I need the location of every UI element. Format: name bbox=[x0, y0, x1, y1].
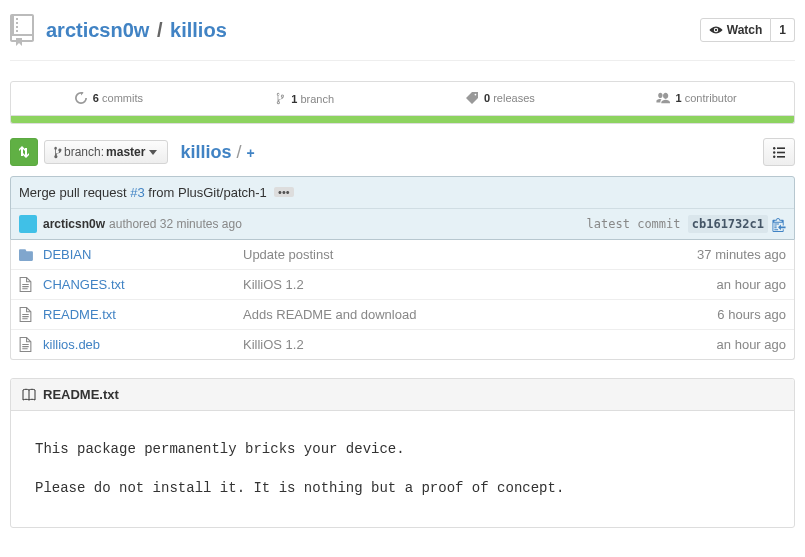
branch-picker[interactable]: branch: master bbox=[44, 140, 168, 164]
compare-button[interactable] bbox=[10, 138, 38, 166]
branches-label: branch bbox=[300, 93, 334, 105]
contributors-count: 1 bbox=[676, 92, 682, 104]
readme-p1: This package permanently bricks your dev… bbox=[35, 439, 770, 460]
file-commit-msg[interactable]: Adds README and download bbox=[243, 307, 717, 322]
commits-count: 6 bbox=[93, 92, 99, 104]
branch-picker-value: master bbox=[104, 145, 149, 159]
svg-rect-6 bbox=[777, 156, 785, 158]
commit-expand-button[interactable]: ••• bbox=[274, 187, 294, 197]
watch-group: Watch 1 bbox=[700, 18, 795, 42]
commit-tease: Merge pull request #3 from PlusGit/patch… bbox=[10, 176, 795, 240]
file-time: 6 hours ago bbox=[717, 307, 786, 322]
readme-title: README.txt bbox=[43, 387, 119, 402]
branch-picker-label: branch: bbox=[64, 145, 104, 159]
file-link[interactable]: DEBIAN bbox=[43, 247, 91, 262]
title-separator: / bbox=[155, 19, 165, 41]
contributors-label: contributor bbox=[685, 92, 737, 104]
svg-point-5 bbox=[773, 155, 775, 157]
commit-sha[interactable]: cb161732c1 bbox=[688, 215, 768, 233]
list-icon bbox=[773, 147, 785, 158]
file-row: DEBIAN Update postinst 37 minutes ago bbox=[11, 240, 794, 269]
file-icon bbox=[19, 307, 37, 322]
file-row: README.txt Adds README and download 6 ho… bbox=[11, 299, 794, 329]
commit-author[interactable]: arcticsn0w bbox=[43, 217, 105, 231]
stats-bar: 6 commits 1 branch 0 releases 1 contribu… bbox=[10, 81, 795, 116]
commits-label: commits bbox=[102, 92, 143, 104]
commit-authored: authored 32 minutes ago bbox=[109, 217, 242, 231]
svg-rect-2 bbox=[777, 147, 785, 149]
file-commit-msg[interactable]: KilliOS 1.2 bbox=[243, 277, 717, 292]
releases-count: 0 bbox=[484, 92, 490, 104]
watch-count[interactable]: 1 bbox=[771, 18, 795, 42]
svg-point-1 bbox=[773, 147, 775, 149]
readme-body: This package permanently bricks your dev… bbox=[11, 411, 794, 527]
owner-link[interactable]: arcticsn0w bbox=[46, 19, 149, 41]
file-time: an hour ago bbox=[717, 337, 786, 352]
breadcrumb-sep: / bbox=[236, 142, 241, 162]
people-icon bbox=[656, 92, 670, 104]
commit-pr-link[interactable]: #3 bbox=[130, 185, 144, 200]
repo-link[interactable]: killios bbox=[170, 19, 227, 41]
branch-row: branch: master killios / + bbox=[10, 138, 795, 166]
chevron-down-icon bbox=[149, 150, 157, 155]
file-commit-msg[interactable]: Update postinst bbox=[243, 247, 697, 262]
releases-label: releases bbox=[493, 92, 535, 104]
svg-point-3 bbox=[773, 151, 775, 153]
file-icon bbox=[19, 337, 37, 352]
commit-msg-prefix: Merge pull request bbox=[19, 185, 130, 200]
compare-icon bbox=[17, 144, 31, 160]
stat-contributors[interactable]: 1 contributor bbox=[598, 82, 794, 115]
readme: README.txt This package permanently bric… bbox=[10, 378, 795, 528]
file-row: CHANGES.txt KilliOS 1.2 an hour ago bbox=[11, 269, 794, 299]
repo-header: arcticsn0w / killios Watch 1 bbox=[10, 10, 795, 61]
file-link[interactable]: README.txt bbox=[43, 307, 116, 322]
list-view-button[interactable] bbox=[763, 138, 795, 166]
commit-msg-suffix: from PlusGit/patch-1 bbox=[145, 185, 267, 200]
branches-count: 1 bbox=[291, 93, 297, 105]
watch-label: Watch bbox=[727, 23, 763, 37]
file-row: killios.deb KilliOS 1.2 an hour ago bbox=[11, 329, 794, 359]
svg-point-0 bbox=[715, 29, 717, 31]
file-link[interactable]: CHANGES.txt bbox=[43, 277, 125, 292]
repo-title: arcticsn0w / killios bbox=[46, 19, 700, 42]
branch-picker-icon bbox=[53, 146, 62, 159]
readme-p2: Please do not install it. It is nothing … bbox=[35, 478, 770, 499]
readme-header: README.txt bbox=[11, 379, 794, 411]
stat-branches[interactable]: 1 branch bbox=[207, 82, 403, 115]
commit-message: Merge pull request #3 from PlusGit/patch… bbox=[11, 177, 794, 209]
latest-commit-label: latest commit bbox=[587, 217, 688, 231]
book-icon bbox=[21, 388, 37, 402]
history-icon bbox=[75, 92, 87, 104]
file-time: an hour ago bbox=[717, 277, 786, 292]
tag-icon bbox=[466, 92, 478, 104]
file-link[interactable]: killios.deb bbox=[43, 337, 100, 352]
file-time: 37 minutes ago bbox=[697, 247, 786, 262]
stat-releases[interactable]: 0 releases bbox=[403, 82, 599, 115]
file-commit-msg[interactable]: KilliOS 1.2 bbox=[243, 337, 717, 352]
repo-icon bbox=[10, 14, 38, 46]
watch-button[interactable]: Watch bbox=[700, 18, 772, 42]
breadcrumb-add[interactable]: + bbox=[246, 145, 254, 161]
folder-icon bbox=[19, 248, 37, 261]
eye-icon bbox=[709, 24, 723, 36]
branch-icon bbox=[275, 92, 285, 105]
commit-meta: arcticsn0w authored 32 minutes ago lates… bbox=[11, 209, 794, 239]
svg-rect-4 bbox=[777, 151, 785, 153]
breadcrumb-repo[interactable]: killios bbox=[180, 142, 231, 162]
avatar[interactable] bbox=[19, 215, 37, 233]
language-bar[interactable] bbox=[10, 116, 795, 124]
stat-commits[interactable]: 6 commits bbox=[11, 82, 207, 115]
file-list: DEBIAN Update postinst 37 minutes ago CH… bbox=[10, 240, 795, 360]
clipboard-icon[interactable] bbox=[772, 217, 786, 232]
latest-commit: latest commit cb161732c1 bbox=[587, 217, 768, 231]
breadcrumb: killios / + bbox=[180, 142, 254, 163]
file-icon bbox=[19, 277, 37, 292]
